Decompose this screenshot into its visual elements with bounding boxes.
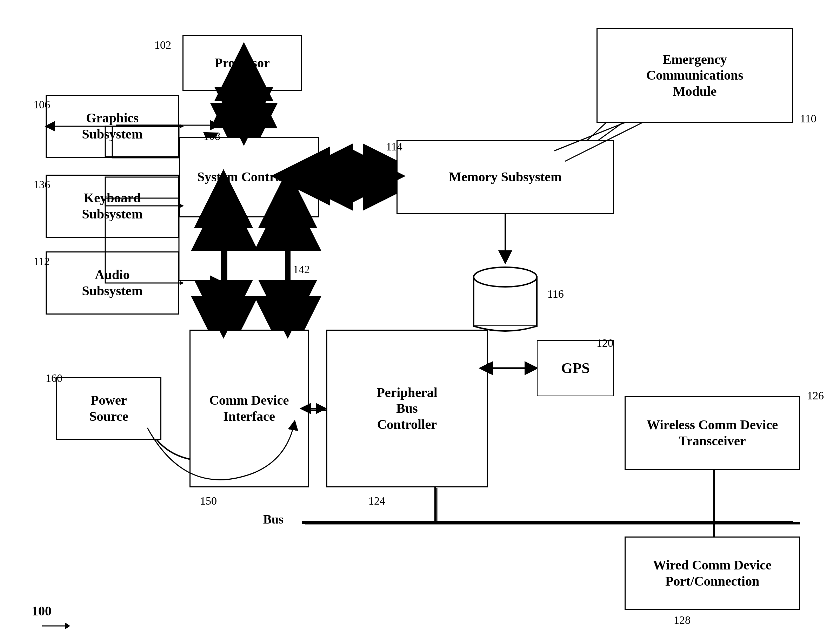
- arrow-104-label: 104: [253, 102, 270, 115]
- emergency-comm-id: 110: [800, 112, 816, 125]
- system-controller-label: System Controller: [197, 169, 301, 185]
- memory-subsystem-id: 114: [386, 140, 402, 153]
- emergency-comm-label: Emergency Communications Module: [646, 52, 743, 100]
- svg-marker-47: [180, 281, 184, 285]
- bus-label: Bus: [263, 512, 284, 527]
- comm-device-interface-id: 150: [200, 494, 217, 507]
- svg-marker-31: [65, 622, 70, 630]
- diagram-id: 100: [32, 603, 52, 618]
- system-controller-id: 108: [204, 130, 220, 143]
- diagram-arrow: [42, 617, 70, 635]
- comm-device-interface-label: Comm Device Interface: [210, 392, 289, 424]
- keyboard-subsystem-box: Keyboard Subsystem: [45, 175, 179, 238]
- processor-label: Processor: [214, 55, 270, 71]
- comm-device-interface-box: Comm Device Interface: [189, 330, 309, 487]
- gps-label: GPS: [561, 359, 590, 377]
- arrow-142-label: 142: [293, 263, 310, 276]
- memory-subsystem-box: Memory Subsystem: [396, 140, 614, 214]
- system-controller-box: System Controller: [179, 137, 319, 217]
- keyboard-subsystem-label: Keyboard Subsystem: [82, 190, 142, 222]
- graphics-subsystem-id: 106: [33, 98, 50, 111]
- peripheral-bus-controller-label: Peripheral Bus Controller: [376, 385, 437, 433]
- storage-cylinder: [470, 263, 540, 340]
- wired-comm-id: 128: [674, 614, 691, 627]
- wired-comm-box: Wired Comm Device Port/Connection: [625, 536, 800, 610]
- svg-point-29: [474, 267, 537, 287]
- audio-subsystem-box: Audio Subsystem: [45, 251, 179, 314]
- audio-subsystem-label: Audio Subsystem: [82, 267, 142, 299]
- audio-subsystem-id: 112: [33, 255, 50, 268]
- keyboard-subsystem-id: 136: [33, 178, 50, 191]
- peripheral-bus-controller-box: Peripheral Bus Controller: [326, 330, 488, 487]
- graphics-subsystem-box: Graphics Subsystem: [45, 95, 179, 158]
- emergency-comm-box: Emergency Communications Module: [596, 28, 793, 123]
- processor-box: Processor: [183, 35, 302, 91]
- storage-id: 116: [548, 288, 564, 301]
- gps-id: 120: [596, 337, 613, 349]
- power-source-box: Power Source: [56, 377, 162, 440]
- graphics-subsystem-label: Graphics Subsystem: [82, 110, 142, 142]
- peripheral-bus-controller-id: 124: [368, 494, 385, 507]
- power-source-id: 160: [45, 372, 63, 385]
- processor-id: 102: [154, 39, 171, 52]
- wireless-comm-id: 126: [807, 389, 824, 402]
- svg-marker-45: [180, 124, 184, 128]
- power-source-label: Power Source: [89, 392, 128, 424]
- memory-subsystem-label: Memory Subsystem: [449, 169, 562, 185]
- wireless-comm-label: Wireless Comm Device Transceiver: [647, 417, 778, 449]
- wireless-comm-box: Wireless Comm Device Transceiver: [625, 396, 800, 470]
- wired-comm-label: Wired Comm Device Port/Connection: [653, 557, 772, 589]
